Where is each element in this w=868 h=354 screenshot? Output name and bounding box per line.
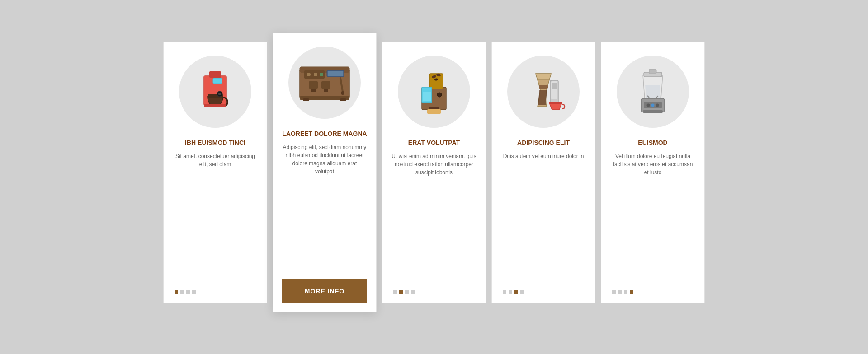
card-5-text: Vel illum dolore eu feugiat nulla facili… xyxy=(610,152,695,281)
chemex-icon xyxy=(519,67,568,116)
svg-rect-26 xyxy=(340,98,346,101)
svg-rect-6 xyxy=(209,71,221,78)
svg-rect-16 xyxy=(309,81,318,88)
dot-active xyxy=(175,290,178,294)
more-info-button[interactable]: MORE INFO xyxy=(282,279,367,303)
svg-point-13 xyxy=(320,73,323,76)
svg-rect-7 xyxy=(204,104,226,107)
svg-rect-21 xyxy=(326,88,328,92)
card-3: ERAT VOLUTPAT Ut wisi enim ad minim veni… xyxy=(382,42,486,303)
svg-point-11 xyxy=(307,73,311,76)
card-4: ADIPISCING ELIT Duis autem vel eum iriur… xyxy=(491,42,595,303)
card-5-icon-circle xyxy=(617,56,689,128)
espresso-machine-icon xyxy=(295,58,354,107)
svg-rect-1 xyxy=(213,78,222,84)
card-3-icon-circle xyxy=(398,56,470,128)
card-1-text: Sit amet, consectetuer adipiscing elit, … xyxy=(173,152,258,281)
svg-rect-28 xyxy=(429,74,443,89)
dot xyxy=(192,290,196,294)
dot xyxy=(509,290,512,294)
svg-rect-37 xyxy=(539,85,548,88)
card-2: LAOREET DOLORE MAGNA Adipiscing elit, se… xyxy=(273,33,377,312)
card-1-icon-circle xyxy=(179,56,251,128)
svg-rect-20 xyxy=(324,88,326,92)
svg-rect-35 xyxy=(429,107,439,109)
svg-rect-17 xyxy=(321,81,330,88)
dot xyxy=(618,290,622,294)
coffee-grinder-icon xyxy=(409,67,459,116)
svg-point-23 xyxy=(341,91,344,95)
drip-coffee-icon xyxy=(190,67,240,116)
card-4-dots xyxy=(501,290,524,294)
svg-point-34 xyxy=(437,93,442,97)
card-3-dots xyxy=(392,290,415,294)
dot-active xyxy=(514,290,518,294)
svg-point-48 xyxy=(656,104,659,107)
svg-rect-41 xyxy=(549,102,562,104)
cards-container: IBH EUISMOD TINCI Sit amet, consectetuer… xyxy=(163,42,705,312)
card-2-text: Adipiscing elit, sed diam nonummy nibh e… xyxy=(282,143,367,270)
card-4-title: ADIPISCING ELIT xyxy=(517,139,570,147)
dot xyxy=(411,290,415,294)
svg-point-46 xyxy=(647,104,650,107)
dot-active xyxy=(630,290,633,294)
svg-rect-36 xyxy=(427,109,441,114)
blender-icon xyxy=(630,67,675,116)
dot xyxy=(393,290,397,294)
svg-point-5 xyxy=(218,93,221,95)
dot xyxy=(186,290,190,294)
svg-point-12 xyxy=(314,73,317,76)
svg-rect-25 xyxy=(303,98,309,101)
dot xyxy=(624,290,627,294)
svg-rect-43 xyxy=(649,69,656,74)
card-1: IBH EUISMOD TINCI Sit amet, consectetuer… xyxy=(163,42,267,303)
svg-rect-33 xyxy=(423,92,431,101)
dot xyxy=(520,290,524,294)
card-3-title: ERAT VOLUTPAT xyxy=(408,139,460,147)
card-2-title: LAOREET DOLORE MAGNA xyxy=(282,130,367,138)
dot xyxy=(405,290,409,294)
card-1-dots xyxy=(173,290,196,294)
dot-active xyxy=(399,290,403,294)
svg-rect-19 xyxy=(313,88,316,92)
dot xyxy=(503,290,506,294)
svg-rect-49 xyxy=(643,110,663,113)
svg-rect-18 xyxy=(311,88,313,92)
card-4-text: Duis autem vel eum iriure dolor in xyxy=(503,152,584,281)
dot xyxy=(612,290,616,294)
svg-rect-40 xyxy=(552,83,557,89)
dot xyxy=(180,290,184,294)
card-3-text: Ut wisi enim ad minim veniam, quis nostr… xyxy=(392,152,476,281)
card-5-dots xyxy=(610,290,633,294)
card-4-icon-circle xyxy=(507,56,580,128)
card-1-title: IBH EUISMOD TINCI xyxy=(185,139,245,147)
svg-point-47 xyxy=(651,104,655,107)
svg-rect-15 xyxy=(328,71,343,76)
card-2-icon-circle xyxy=(288,47,361,119)
card-5: EUISMOD Vel illum dolore eu feugiat null… xyxy=(601,42,705,303)
card-5-title: EUISMOD xyxy=(638,139,667,147)
